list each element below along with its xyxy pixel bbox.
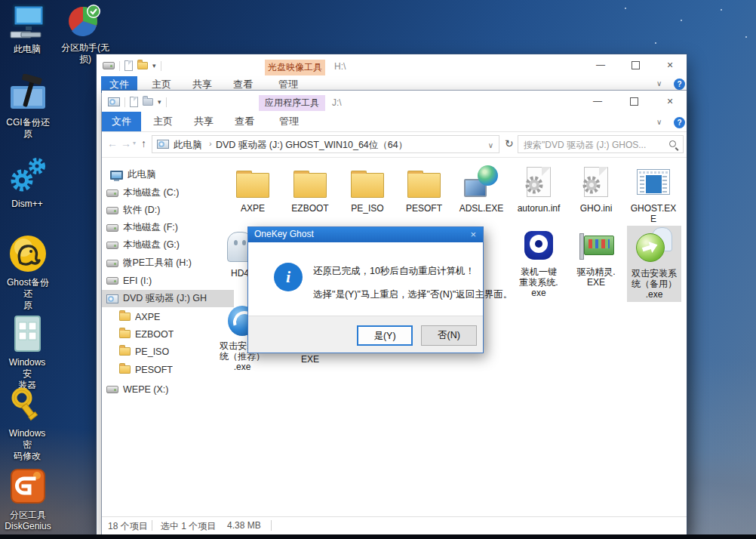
separator: [161, 61, 161, 71]
tree-item-folder-axpe[interactable]: AXPE: [102, 308, 234, 325]
breadcrumb[interactable]: 此电脑 › DVD 驱动器 (J:) GHOST_WIN10_64位（64） ∨: [152, 135, 499, 153]
maximize-button[interactable]: [632, 61, 640, 69]
gears-icon: [8, 157, 47, 198]
desktop-icon-label: 分区工具 DiskGenius: [5, 510, 51, 532]
recent-locations-icon[interactable]: ▾: [133, 140, 136, 146]
desktop-icon-ghost-backup[interactable]: Ghost备份还 原: [5, 234, 51, 311]
star: [655, 42, 656, 44]
window-title: J:\: [332, 97, 342, 108]
file-exe-fragment[interactable]: EXE: [286, 354, 334, 365]
file-folder-pe-iso[interactable]: PE_ISO: [340, 164, 395, 214]
file-onekey-reinstall-exe[interactable]: 装机一键 重装系统. exe: [512, 227, 566, 298]
star: [745, 36, 747, 38]
drive-icon: [106, 386, 118, 393]
contextual-tab-disc-image-tools[interactable]: 光盘映像工具: [265, 60, 325, 75]
desktop-icon-dism[interactable]: Dism++: [3, 157, 51, 210]
tree-item-folder-ezboot[interactable]: EZBOOT: [102, 325, 234, 343]
close-button[interactable]: ×: [662, 57, 678, 72]
quick-access-toolbar: ▾: [108, 97, 167, 107]
chevron-down-icon[interactable]: ∨: [656, 79, 662, 88]
file-folder-pesoft[interactable]: PESOFT: [397, 164, 451, 214]
up-arrow-icon[interactable]: ↑: [141, 137, 146, 149]
star: [681, 20, 682, 21]
close-icon[interactable]: ×: [470, 229, 476, 240]
desktop-icon-this-pc[interactable]: 此电脑: [5, 4, 50, 55]
tree-item-drive-c[interactable]: 本地磁盘 (C:): [102, 184, 234, 202]
desktop-icon-label: CGI备份还原: [5, 117, 51, 140]
tab-share[interactable]: 共享: [186, 113, 221, 130]
file-gho-ini[interactable]: GHO.ini: [569, 164, 623, 214]
file-folder-axpe[interactable]: AXPE: [226, 164, 280, 214]
file-autorun-inf[interactable]: autorun.inf: [512, 164, 566, 214]
contextual-tab-application-tools[interactable]: 应用程序工具: [259, 95, 325, 111]
file-adsl-exe[interactable]: ADSL.EXE: [454, 164, 509, 214]
status-bar: 18 个项目 选中 1 个项目 4.38 MB: [102, 516, 687, 534]
divider: [152, 520, 152, 531]
folder-icon: [119, 313, 131, 321]
tab-file[interactable]: 文件: [102, 112, 141, 131]
folder-icon[interactable]: [137, 62, 148, 69]
dialog-body: i 还原已完成，10秒后自动重启计算机！ 选择"是(Y)"马上重启，选择"否(N…: [248, 242, 483, 318]
dialog-titlebar[interactable]: OneKey Ghost ×: [248, 227, 483, 242]
config-file-icon: [527, 167, 551, 197]
breadcrumb-separator: ›: [205, 139, 216, 148]
folder-icon: [293, 173, 327, 198]
dialog-message-line2: 选择"是(Y)"马上重启，选择"否(N)"返回主界面。: [313, 288, 512, 301]
search-input[interactable]: 搜索"DVD 驱动器 (J:) GHOS...: [518, 135, 684, 153]
minimize-button[interactable]: —: [592, 57, 609, 72]
breadcrumb-root[interactable]: 此电脑: [174, 139, 202, 152]
forward-arrow-icon[interactable]: →: [121, 137, 131, 149]
chevron-down-icon[interactable]: ∨: [656, 118, 662, 126]
help-icon[interactable]: ?: [674, 117, 685, 128]
breadcrumb-path[interactable]: DVD 驱动器 (J:) GHOST_WIN10_64位（64）: [216, 139, 407, 152]
yes-button[interactable]: 是(Y): [357, 325, 413, 346]
tab-manage[interactable]: 管理: [272, 113, 306, 130]
desktop-icon-cgi-backup[interactable]: CGI备份还原: [5, 74, 51, 140]
no-button[interactable]: 否(N): [421, 325, 477, 346]
info-icon: i: [274, 263, 303, 291]
diskgenius-icon: [8, 468, 48, 509]
new-file-icon[interactable]: [124, 60, 133, 71]
desktop-icon-diskgenius[interactable]: 分区工具 DiskGenius: [5, 468, 51, 532]
tree-item-drive-d[interactable]: 软件 (D:): [102, 202, 234, 219]
computer-icon: [110, 171, 123, 180]
refresh-icon[interactable]: ↻: [505, 137, 514, 149]
drive-icon: [103, 62, 115, 69]
tab-view[interactable]: 查看: [227, 113, 262, 130]
file-ghost-exe[interactable]: GHOST.EX E: [626, 164, 681, 224]
file-folder-ezboot[interactable]: EZBOOT: [283, 164, 337, 214]
tree-item-drive-x[interactable]: WEPE (X:): [102, 380, 234, 398]
help-icon[interactable]: ?: [674, 79, 685, 90]
divider: [102, 157, 687, 158]
file-driver-genius-exe[interactable]: 驱动精灵. EXE: [569, 227, 623, 288]
maximize-button[interactable]: [630, 97, 638, 106]
tree-item-folder-pe-iso[interactable]: PE_ISO: [102, 343, 234, 360]
status-item-count: 18 个项目: [108, 520, 148, 533]
dvd-drive-icon: [157, 140, 169, 149]
dropdown-icon[interactable]: ▾: [152, 62, 156, 69]
tree-item-this-pc[interactable]: 此电脑: [102, 166, 234, 183]
folder-icon[interactable]: [143, 98, 153, 106]
back-arrow-icon[interactable]: ←: [107, 137, 118, 149]
onekey-ghost-dialog: OneKey Ghost × i 还原已完成，10秒后自动重启计算机！ 选择"是…: [247, 226, 484, 353]
dvd-drive-icon: [106, 294, 118, 303]
desktop-icon-label: Dism++: [11, 199, 42, 210]
file-install-backup-exe[interactable]: 双击安装系 统（备用） .exe: [627, 226, 681, 302]
tree-item-folder-pesoft[interactable]: PESOFT: [102, 361, 234, 378]
star: [625, 8, 626, 9]
minimize-button[interactable]: —: [589, 94, 606, 109]
desktop-icon-windows-password[interactable]: Windows密 码修改: [5, 387, 50, 462]
desktop-icon-label: 此电脑: [14, 44, 41, 55]
quick-access-toolbar: ▾: [103, 60, 161, 71]
desktop-icon-windows-installer[interactable]: Windows安 装器: [5, 314, 50, 391]
dropdown-icon[interactable]: ▾: [158, 98, 161, 106]
tab-home[interactable]: 主页: [146, 113, 180, 130]
tree-item-dvd-j[interactable]: DVD 驱动器 (J:) GH: [102, 290, 234, 307]
address-bar: ← → ▾ ↑ 此电脑 › DVD 驱动器 (J:) GHOST_WIN10_6…: [102, 131, 687, 157]
chevron-down-icon[interactable]: ∨: [488, 141, 493, 149]
status-selection: 选中 1 个项目: [161, 520, 216, 533]
new-file-icon[interactable]: [130, 97, 138, 107]
close-button[interactable]: ×: [662, 94, 678, 109]
drive-icon: [106, 260, 118, 267]
drive-icon: [106, 277, 118, 285]
